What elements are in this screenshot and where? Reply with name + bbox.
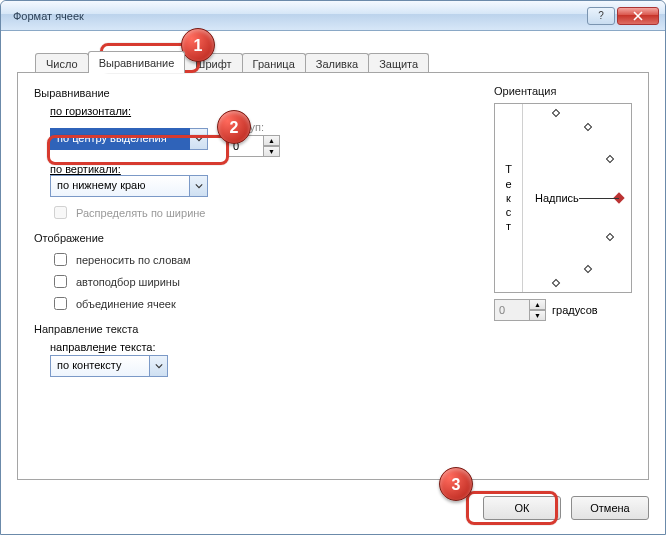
label-direction: направление текста: — [50, 341, 155, 353]
dropdown-vertical-value: по нижнему краю — [50, 175, 190, 197]
checkbox-wrap-box[interactable] — [54, 253, 67, 266]
degrees-value[interactable] — [494, 299, 530, 321]
indent-group: отступ: ▲ ▼ — [228, 121, 280, 157]
chevron-down-icon[interactable] — [150, 355, 168, 377]
chevron-down-icon[interactable] — [190, 128, 208, 150]
window-controls: ? — [587, 7, 659, 25]
tab-border[interactable]: Граница — [242, 53, 306, 73]
checkbox-autofit-box[interactable] — [54, 275, 67, 288]
tab-alignment[interactable]: Выравнивание — [88, 51, 186, 73]
tab-protection[interactable]: Защита — [368, 53, 429, 73]
triangle-down-icon[interactable]: ▼ — [530, 310, 546, 321]
titlebar: Формат ячеек ? — [1, 1, 665, 31]
orientation-line — [579, 198, 619, 199]
triangle-down-icon[interactable]: ▼ — [264, 146, 280, 157]
format-cells-dialog: Формат ячеек ? Число Выравнивание Шрифт … — [0, 0, 666, 535]
tab-panel-alignment: Выравнивание по горизонтали: по центру в… — [17, 72, 649, 480]
indent-value[interactable] — [228, 135, 264, 157]
group-direction-label: Направление текста — [34, 323, 632, 335]
dropdown-horizontal-value: по центру выделения — [50, 128, 190, 150]
tab-font[interactable]: Шрифт — [184, 53, 242, 73]
checkbox-merge-box[interactable] — [54, 297, 67, 310]
group-orientation-label: Ориентация — [494, 85, 632, 97]
spinner-degrees[interactable]: ▲ ▼ — [494, 299, 546, 321]
orientation-dial[interactable]: Надпись — [523, 104, 631, 292]
tabstrip: Число Выравнивание Шрифт Граница Заливка… — [35, 49, 649, 73]
tab-fill[interactable]: Заливка — [305, 53, 369, 73]
vertical-text-column[interactable]: Текст — [495, 104, 523, 292]
tab-number[interactable]: Число — [35, 53, 89, 73]
triangle-up-icon[interactable]: ▲ — [264, 135, 280, 146]
ok-button[interactable]: ОК — [483, 496, 561, 520]
dropdown-vertical-align[interactable]: по нижнему краю — [50, 175, 208, 197]
group-orientation: Ориентация Текст Надпись — [494, 85, 632, 321]
group-direction: Направление текста направление текста: п… — [34, 323, 632, 377]
dropdown-horizontal-align[interactable]: по центру выделения — [50, 128, 208, 150]
orientation-preview[interactable]: Текст Надпись — [494, 103, 632, 293]
dialog-footer: ОК Отмена — [483, 496, 649, 520]
orientation-degree-row: ▲ ▼ градусов — [494, 299, 632, 321]
degrees-unit-label: градусов — [552, 304, 598, 316]
checkbox-distribute-box — [54, 206, 67, 219]
window-title: Формат ячеек — [13, 10, 587, 22]
dropdown-direction-value: по контексту — [50, 355, 150, 377]
label-indent: отступ: — [228, 121, 280, 133]
label-horizontal: по горизонтали: — [50, 105, 131, 117]
triangle-up-icon[interactable]: ▲ — [530, 299, 546, 310]
close-button[interactable] — [617, 7, 659, 25]
dropdown-direction[interactable]: по контексту — [50, 355, 168, 377]
vertical-text: Текст — [505, 162, 512, 233]
cancel-button[interactable]: Отмена — [571, 496, 649, 520]
help-button[interactable]: ? — [587, 7, 615, 25]
orientation-inner-label: Надпись — [535, 192, 579, 204]
client-area: Число Выравнивание Шрифт Граница Заливка… — [1, 31, 665, 534]
chevron-down-icon[interactable] — [190, 175, 208, 197]
spinner-indent[interactable]: ▲ ▼ — [228, 135, 280, 157]
